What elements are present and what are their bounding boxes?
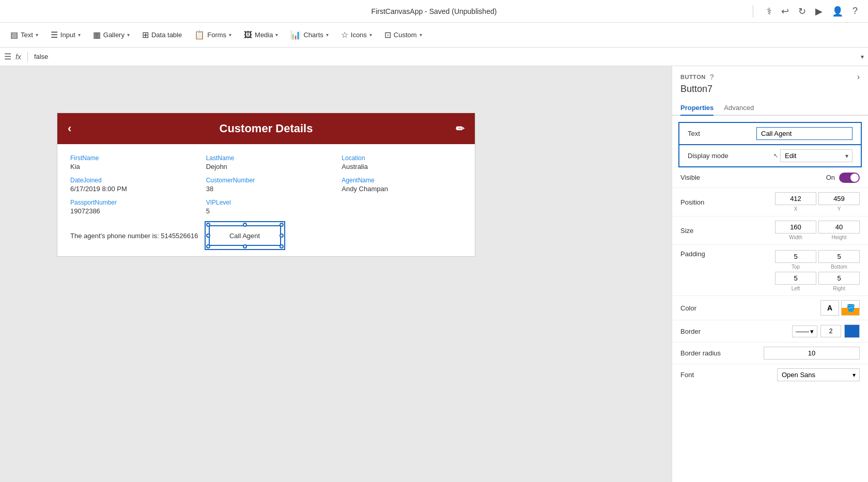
visible-value: On bbox=[826, 174, 835, 181]
passportnumber-label: PassportNumber bbox=[70, 199, 191, 206]
edit-icon[interactable]: ✏ bbox=[456, 122, 464, 135]
panel-control-name: Button7 bbox=[672, 82, 868, 101]
icons-menu-button[interactable]: ☆ Icons ▾ bbox=[336, 27, 377, 42]
forms-menu-button[interactable]: 📋 Forms ▾ bbox=[189, 27, 237, 42]
position-y-input[interactable] bbox=[818, 192, 860, 205]
phone-row: The agent's phone number is: 5145526616 bbox=[70, 225, 462, 246]
padding-inputs: Top Bottom Left Right bbox=[775, 250, 860, 291]
size-width-input[interactable] bbox=[775, 221, 816, 234]
color-a-label: A bbox=[827, 304, 832, 312]
font-prop-row: Font Open Sans Arial Segoe UI bbox=[672, 364, 868, 385]
play-icon[interactable]: ▶ bbox=[815, 6, 823, 17]
border-width-input[interactable] bbox=[820, 325, 841, 337]
handle-mr bbox=[280, 234, 284, 238]
padding-right-input[interactable] bbox=[818, 272, 860, 285]
undo-icon[interactable]: ↩ bbox=[781, 6, 789, 17]
formula-input[interactable] bbox=[34, 53, 857, 60]
handle-tl bbox=[206, 223, 210, 227]
forms-icon: 📋 bbox=[194, 30, 205, 40]
text-prop-input[interactable] bbox=[756, 127, 853, 140]
size-width-cell: Width bbox=[775, 221, 816, 240]
forms-chevron: ▾ bbox=[229, 32, 231, 38]
panel-help-icon[interactable]: ? bbox=[710, 73, 714, 81]
display-mode-select[interactable]: Edit View Disabled bbox=[780, 149, 853, 162]
formula-expand-icon[interactable]: ☰ bbox=[4, 52, 11, 61]
help-icon[interactable]: ? bbox=[853, 6, 858, 17]
tab-properties[interactable]: Properties bbox=[680, 101, 714, 116]
call-agent-button[interactable]: Call Agent bbox=[209, 225, 281, 246]
card-title: Customer Details bbox=[220, 122, 313, 135]
formula-fx-label: fx bbox=[16, 53, 21, 61]
redo-icon[interactable]: ↻ bbox=[798, 6, 806, 17]
input-menu-button[interactable]: ☰ Input ▾ bbox=[45, 27, 86, 42]
customernumber-value: 38 bbox=[206, 185, 213, 193]
back-icon[interactable]: ‹ bbox=[68, 122, 71, 135]
formula-chevron-icon[interactable]: ▾ bbox=[861, 53, 864, 60]
user-icon[interactable]: 👤 bbox=[832, 6, 843, 17]
position-x-input[interactable] bbox=[775, 192, 816, 205]
icons-label: Icons bbox=[351, 31, 367, 39]
media-menu-button[interactable]: 🖼 Media ▾ bbox=[239, 28, 283, 42]
card-body: FirstName Kia LastName Dejohn Location A… bbox=[57, 144, 475, 256]
datatable-label: Data table bbox=[151, 31, 182, 39]
main-area: ‹ Customer Details ✏ FirstName Kia LastN… bbox=[0, 66, 868, 482]
text-color-button[interactable]: A bbox=[820, 300, 839, 316]
lastname-field: LastName Dejohn bbox=[206, 154, 327, 170]
padding-left-input[interactable] bbox=[775, 272, 816, 285]
gallery-chevron: ▾ bbox=[127, 32, 130, 38]
card-fields: FirstName Kia LastName Dejohn Location A… bbox=[70, 154, 462, 215]
border-line-preview: —— bbox=[796, 328, 809, 335]
datatable-menu-button[interactable]: ⊞ Data table bbox=[137, 27, 187, 42]
call-agent-label: Call Agent bbox=[229, 232, 260, 240]
position-x-label: X bbox=[794, 206, 798, 212]
text-prop-row: Text bbox=[679, 123, 861, 144]
panel-collapse-icon[interactable]: › bbox=[857, 72, 860, 82]
text-menu-button[interactable]: ▤ Text ▾ bbox=[5, 27, 43, 42]
padding-right-label: Right bbox=[833, 286, 845, 291]
border-color-button[interactable] bbox=[844, 324, 860, 338]
formula-bar: ☰ fx ▾ bbox=[0, 48, 868, 66]
font-select[interactable]: Open Sans Arial Segoe UI bbox=[777, 368, 860, 381]
display-mode-control: ↖ Edit View Disabled bbox=[773, 149, 853, 162]
input-label: Input bbox=[60, 31, 75, 39]
canvas-area[interactable]: ‹ Customer Details ✏ FirstName Kia LastN… bbox=[0, 66, 672, 482]
visible-toggle[interactable] bbox=[839, 173, 860, 183]
charts-menu-button[interactable]: 📊 Charts ▾ bbox=[285, 27, 333, 42]
panel-header: BUTTON ? › bbox=[672, 66, 868, 82]
firstname-value: Kia bbox=[70, 163, 80, 170]
padding-bottom-label: Bottom bbox=[831, 264, 847, 270]
visible-control: On bbox=[826, 173, 860, 183]
gallery-label: Gallery bbox=[103, 31, 125, 39]
media-chevron: ▾ bbox=[275, 32, 278, 38]
border-radius-input[interactable] bbox=[764, 347, 860, 360]
display-mode-select-wrap: Edit View Disabled bbox=[780, 149, 853, 162]
padding-left-cell: Left bbox=[775, 272, 816, 291]
fill-color-button[interactable]: 🪣 bbox=[841, 300, 860, 316]
top-bar-icons: ⚕ ↩ ↻ ▶ 👤 ? bbox=[749, 5, 858, 18]
firstname-field: FirstName Kia bbox=[70, 154, 191, 170]
size-label: Size bbox=[680, 227, 732, 235]
padding-top-label: Top bbox=[792, 264, 800, 270]
gallery-menu-button[interactable]: ▦ Gallery ▾ bbox=[88, 27, 135, 42]
position-prop-row: Position X Y bbox=[672, 188, 868, 216]
charts-label: Charts bbox=[303, 31, 323, 39]
tab-advanced[interactable]: Advanced bbox=[724, 101, 754, 116]
custom-menu-button[interactable]: ⊡ Custom ▾ bbox=[379, 27, 427, 42]
panel-header-left: BUTTON ? bbox=[680, 73, 714, 81]
firstname-label: FirstName bbox=[70, 154, 191, 162]
handle-bl bbox=[206, 244, 210, 248]
agentname-label: AgentName bbox=[342, 177, 462, 184]
size-height-input[interactable] bbox=[818, 221, 860, 234]
separator bbox=[753, 5, 753, 18]
padding-bottom-input[interactable] bbox=[818, 250, 860, 263]
padding-top-input[interactable] bbox=[775, 250, 816, 263]
custom-label: Custom bbox=[394, 31, 417, 39]
media-label: Media bbox=[255, 31, 273, 39]
customernumber-label: CustomerNumber bbox=[206, 177, 327, 184]
visible-label: Visible bbox=[680, 174, 732, 181]
cursor-icon: ↖ bbox=[773, 152, 778, 159]
border-line-selector[interactable]: —— ▾ bbox=[792, 325, 817, 337]
padding-bottom-cell: Bottom bbox=[818, 250, 860, 270]
charts-icon: 📊 bbox=[290, 30, 301, 40]
health-icon[interactable]: ⚕ bbox=[767, 6, 772, 17]
